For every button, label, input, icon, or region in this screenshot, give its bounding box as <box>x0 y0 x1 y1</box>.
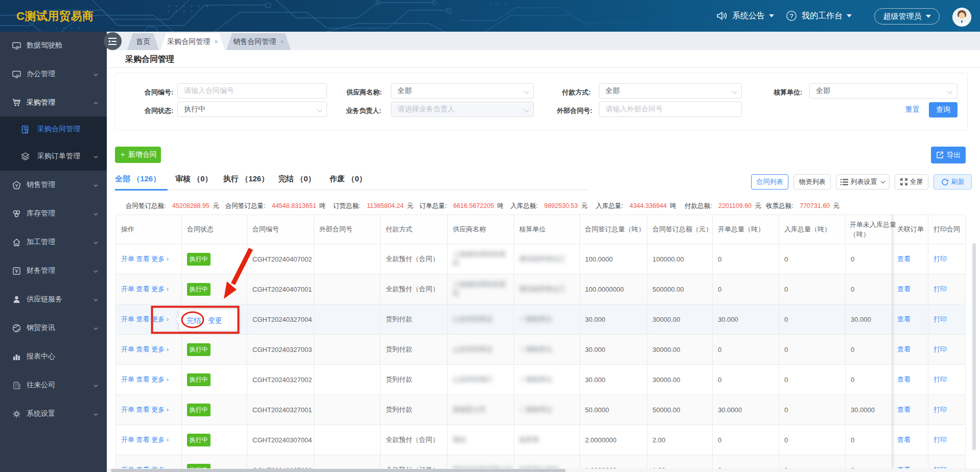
svg-text:?: ? <box>789 12 793 20</box>
